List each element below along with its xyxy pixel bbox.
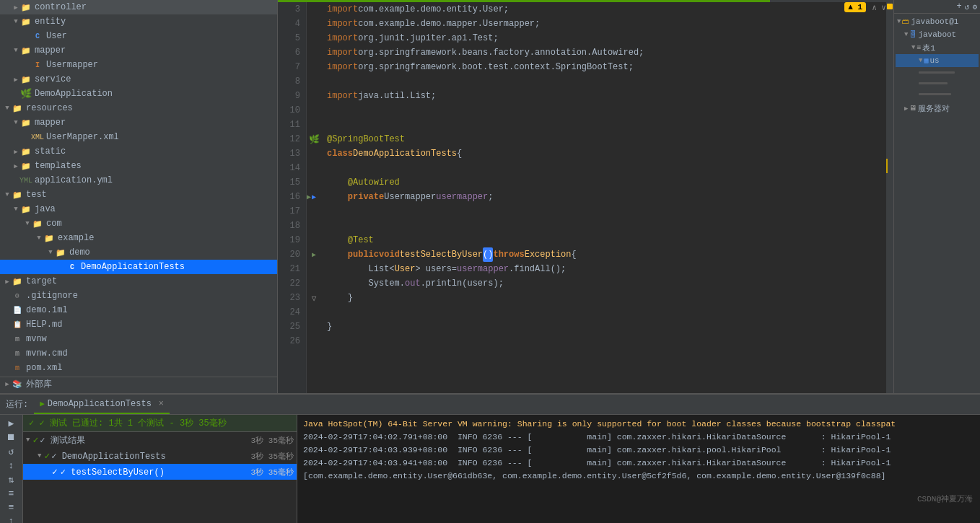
sidebar-item-entity[interactable]: 📁 entity bbox=[0, 14, 277, 29]
sort-button[interactable]: ↕ bbox=[4, 460, 19, 471]
gutter-run-method[interactable]: ▶ bbox=[307, 247, 321, 262]
sidebar-item-user[interactable]: C User bbox=[0, 29, 277, 43]
test-java-icon: C bbox=[66, 261, 78, 273]
sidebar-item-resources[interactable]: 📁 resources bbox=[0, 101, 277, 115]
spring-icon: 🌿 bbox=[20, 88, 32, 100]
stop-button[interactable]: ⏹ bbox=[4, 432, 19, 443]
sidebar-item-target[interactable]: 📁 target bbox=[0, 274, 277, 289]
chevron-icon: ▶ bbox=[904, 105, 908, 113]
column-bar bbox=[919, 93, 951, 95]
sidebar-item-external-lib[interactable]: 📚 外部库 bbox=[0, 377, 277, 391]
sidebar-item-mvnw[interactable]: m mvnw bbox=[0, 332, 277, 346]
folder-icon: 📁 bbox=[43, 232, 55, 244]
db-item-javaboot[interactable]: ▼ 🗄 javaboot bbox=[896, 28, 979, 41]
code-line bbox=[327, 334, 886, 348]
sidebar-item-com[interactable]: 📁 com bbox=[0, 216, 277, 231]
debug-icon: ▶ bbox=[312, 193, 316, 201]
db-settings-icon[interactable]: ⚙ bbox=[972, 2, 977, 12]
code-line: import org.springframework.beans.factory… bbox=[327, 45, 886, 60]
chevron-icon bbox=[12, 205, 20, 214]
rerun-button[interactable]: ↺ bbox=[4, 446, 19, 457]
console-line: [com.example.demo.entity.User@661db63e, … bbox=[303, 470, 974, 483]
sidebar-item-controller[interactable]: 📁 controller bbox=[0, 0, 277, 14]
line-num: 24 bbox=[278, 305, 300, 320]
sidebar-item-service[interactable]: 📁 service bbox=[0, 72, 277, 87]
list2-button[interactable]: ≡ bbox=[4, 502, 19, 513]
db-refresh-icon[interactable]: ↺ bbox=[965, 2, 970, 12]
folder-icon: 📁 bbox=[20, 160, 32, 172]
sidebar-item-demoapplicationtests[interactable]: C DemoApplicationTests bbox=[0, 260, 277, 274]
column-indicator bbox=[919, 89, 979, 99]
sidebar-item-example[interactable]: 📁 example bbox=[0, 231, 277, 245]
db-item-us[interactable]: ▼ ▦ us bbox=[896, 54, 979, 67]
sidebar-item-label: java bbox=[35, 204, 56, 214]
gutter-cell bbox=[307, 262, 321, 276]
db-item-table-group[interactable]: ▼ ≡ 表1 bbox=[896, 41, 979, 54]
sidebar-item-help-md[interactable]: 📋 HELP.md bbox=[0, 317, 277, 332]
line-num: 26 bbox=[278, 334, 300, 348]
console-line: 2024-02-29T17:04:03.941+08:00 INFO 6236 … bbox=[303, 457, 974, 470]
sidebar-item-pom-xml[interactable]: m pom.xml bbox=[0, 361, 277, 375]
folder-icon: 📁 bbox=[12, 102, 23, 114]
sidebar-item-application-yml[interactable]: YML application.yml bbox=[0, 173, 277, 188]
db-add-icon[interactable]: + bbox=[957, 1, 962, 12]
test-tree-class[interactable]: ▼ ✓ ✓ DemoApplicationTests 3秒 35毫秒 bbox=[23, 448, 297, 464]
gutter-run-test[interactable]: ▶ ▶ bbox=[307, 190, 321, 204]
line-num: 16 bbox=[278, 190, 300, 204]
sidebar-item-usermapper[interactable]: I Usermapper bbox=[0, 58, 277, 72]
sidebar-item-mapper[interactable]: 📁 mapper bbox=[0, 43, 277, 58]
gutter-run-icon[interactable]: 🌿 bbox=[307, 132, 321, 146]
run-button[interactable]: ▶ bbox=[4, 418, 19, 429]
sidebar-item-demo-iml[interactable]: 📄 demo.iml bbox=[0, 303, 277, 317]
sidebar-item-java-test[interactable]: 📁 java bbox=[0, 202, 277, 216]
db-item-javaboot1[interactable]: ▼ 🗃 javaboot@1 bbox=[896, 15, 979, 28]
sidebar-item-usermapper-xml[interactable]: XML UserMapper.xml bbox=[0, 130, 277, 144]
sidebar-item-test[interactable]: 📁 test bbox=[0, 188, 277, 202]
folder-icon: 📁 bbox=[12, 189, 23, 201]
sidebar-item-mvnw-cmd[interactable]: m mvnw.cmd bbox=[0, 346, 277, 361]
gutter-cell bbox=[307, 175, 321, 190]
sidebar-item-mapper-res[interactable]: 📁 mapper bbox=[0, 115, 277, 130]
code-text[interactable]: import com.example.demo.entity.User; imp… bbox=[321, 2, 886, 393]
test-tree-root[interactable]: ▼ ✓ ✓ 测试结果 3秒 35毫秒 bbox=[23, 432, 297, 448]
sidebar-item-label: resources bbox=[26, 103, 73, 113]
chevron-icon: ▼ bbox=[919, 57, 922, 64]
db-item-server[interactable]: ▶ 🖥 服务器对 bbox=[896, 102, 979, 115]
line-num: 22 bbox=[278, 276, 300, 291]
chevron-icon: ▼ bbox=[897, 18, 901, 25]
sidebar-item-static[interactable]: 📁 static bbox=[0, 144, 277, 159]
lib-icon: 📚 bbox=[12, 379, 23, 390]
list-button[interactable]: ≡ bbox=[4, 488, 19, 499]
sidebar-item-gitignore[interactable]: ⚙ .gitignore bbox=[0, 289, 277, 303]
run-tab[interactable]: ▶ DemoApplicationTests × bbox=[34, 395, 170, 414]
code-line bbox=[327, 305, 886, 320]
run-header: 运行: ▶ DemoApplicationTests × bbox=[0, 395, 980, 415]
filter-button[interactable]: ⇅ bbox=[4, 474, 19, 485]
nav-arrows[interactable]: ∧ ∨ bbox=[872, 3, 886, 12]
db-toolbar: + ↺ ⚙ bbox=[894, 0, 980, 14]
chevron-icon bbox=[12, 3, 20, 12]
sidebar-item-label: User bbox=[46, 31, 67, 41]
sidebar-item-label: .gitignore bbox=[26, 291, 78, 301]
sidebar-item-demoapplication[interactable]: 🌿 DemoApplication bbox=[0, 87, 277, 101]
db-item-label: 服务器对 bbox=[918, 103, 950, 114]
line-num: 18 bbox=[278, 219, 300, 233]
console-output[interactable]: Java HotSpot(TM) 64-Bit Server VM warnin… bbox=[297, 415, 980, 523]
sidebar-item-demo[interactable]: 📁 demo bbox=[0, 245, 277, 260]
chevron-icon bbox=[12, 147, 20, 156]
close-tab-icon[interactable]: × bbox=[159, 399, 164, 409]
test-tree-method[interactable]: ✓ ✓ testSelectByUser() 3秒 35毫秒 bbox=[23, 464, 297, 480]
gutter-fold[interactable]: ▽ bbox=[307, 291, 321, 305]
line-num: 10 bbox=[278, 103, 300, 118]
gutter-cell bbox=[307, 219, 321, 233]
sidebar-item-templates[interactable]: 📁 templates bbox=[0, 159, 277, 173]
line-num: 21 bbox=[278, 262, 300, 276]
script-icon: m bbox=[12, 333, 23, 345]
chevron-icon bbox=[12, 75, 20, 84]
prev-button[interactable]: ↑ bbox=[4, 516, 19, 523]
code-container: 3 4 5 6 7 8 9 10 11 12 13 14 15 16 17 18… bbox=[278, 2, 893, 393]
sidebar-item-label: DemoApplicationTests bbox=[81, 262, 185, 272]
folder-icon: 📁 bbox=[20, 45, 32, 56]
gutter-cell bbox=[307, 74, 321, 89]
run-tab-icon: ▶ bbox=[40, 399, 45, 408]
